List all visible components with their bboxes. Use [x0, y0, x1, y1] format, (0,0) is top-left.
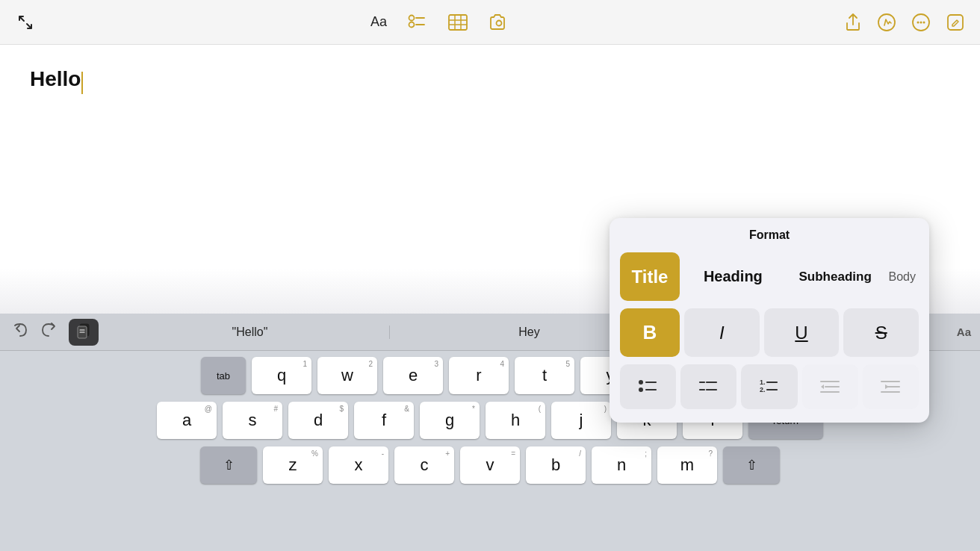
svg-point-21 — [639, 387, 643, 392]
svg-point-1 — [409, 22, 415, 27]
svg-text:2.: 2. — [760, 386, 766, 393]
svg-point-13 — [920, 21, 922, 23]
format-popup: Format Title Heading Subheading Body B I… — [610, 218, 929, 423]
key-x[interactable]: -x — [329, 446, 388, 484]
svg-point-12 — [917, 21, 919, 23]
svg-point-0 — [409, 15, 415, 20]
share-button[interactable] — [844, 13, 862, 32]
svg-point-20 — [639, 380, 643, 385]
key-v[interactable]: =v — [460, 446, 520, 484]
toolbar: Aa — [0, 0, 980, 45]
dash-list-button[interactable] — [680, 364, 736, 409]
key-m[interactable]: ?m — [657, 446, 717, 484]
underline-button[interactable]: U — [764, 308, 840, 357]
italic-button[interactable]: I — [684, 308, 760, 357]
font-format-button[interactable]: Aa — [370, 14, 387, 30]
svg-rect-4 — [449, 15, 467, 30]
key-g[interactable]: *g — [420, 402, 480, 439]
bullet-list-button[interactable] — [620, 364, 676, 409]
keyboard-row-3: ⇧ %z -x +c =v /b ;n ?m ⇧ — [4, 446, 976, 484]
indent-button[interactable] — [802, 364, 858, 409]
svg-point-10 — [878, 14, 895, 31]
note-text: Hello — [30, 67, 81, 90]
key-h[interactable]: (h — [486, 402, 545, 439]
svg-point-9 — [497, 20, 502, 25]
numbered-list-button[interactable]: 1. 2. — [741, 364, 797, 409]
key-n[interactable]: ;n — [592, 446, 651, 484]
key-f[interactable]: &f — [354, 402, 414, 439]
strikethrough-button[interactable]: S — [843, 308, 919, 357]
shift-left-key[interactable]: ⇧ — [200, 446, 257, 484]
key-w[interactable]: 2w — [317, 357, 377, 394]
svg-text:1.: 1. — [760, 379, 766, 386]
key-a[interactable]: @a — [157, 402, 217, 439]
markup-button[interactable] — [877, 13, 896, 32]
key-r[interactable]: 4r — [449, 357, 509, 394]
collapse-icon[interactable] — [15, 12, 36, 33]
key-e[interactable]: 3e — [383, 357, 443, 394]
camera-button[interactable] — [489, 13, 509, 31]
key-t[interactable]: 5t — [515, 357, 574, 394]
key-j[interactable]: )j — [551, 402, 611, 439]
outdent-button[interactable] — [863, 364, 919, 409]
subheading-style-button[interactable]: Subheading — [787, 252, 884, 301]
list-row: 1. 2. — [620, 364, 919, 409]
clipboard-button[interactable] — [69, 319, 99, 346]
shift-right-key[interactable]: ⇧ — [723, 446, 780, 484]
title-style-button[interactable]: Title — [620, 252, 680, 301]
redo-button[interactable] — [40, 322, 57, 342]
format-btn-row: B I U S — [620, 308, 919, 357]
text-style-row: Title Heading Subheading Body — [620, 252, 919, 301]
table-button[interactable] — [448, 14, 468, 31]
key-s[interactable]: #s — [223, 402, 282, 439]
autocomplete-word-1[interactable]: "Hello" — [111, 326, 390, 339]
key-c[interactable]: +c — [394, 446, 454, 484]
key-d[interactable]: $d — [288, 402, 348, 439]
svg-point-14 — [923, 21, 925, 23]
key-b[interactable]: /b — [526, 446, 586, 484]
more-button[interactable] — [911, 13, 931, 32]
undo-button[interactable] — [12, 322, 28, 342]
checklist-button[interactable] — [408, 14, 427, 31]
heading-style-button[interactable]: Heading — [684, 252, 782, 301]
bold-button[interactable]: B — [620, 308, 680, 357]
aa-button[interactable]: Aa — [957, 326, 971, 338]
compose-button[interactable] — [946, 13, 965, 32]
key-q[interactable]: 1q — [252, 357, 311, 394]
tab-key[interactable]: tab — [201, 357, 246, 394]
key-z[interactable]: %z — [263, 446, 323, 484]
text-cursor — [81, 72, 83, 94]
body-style-button[interactable]: Body — [889, 252, 919, 301]
format-title: Format — [620, 228, 919, 242]
